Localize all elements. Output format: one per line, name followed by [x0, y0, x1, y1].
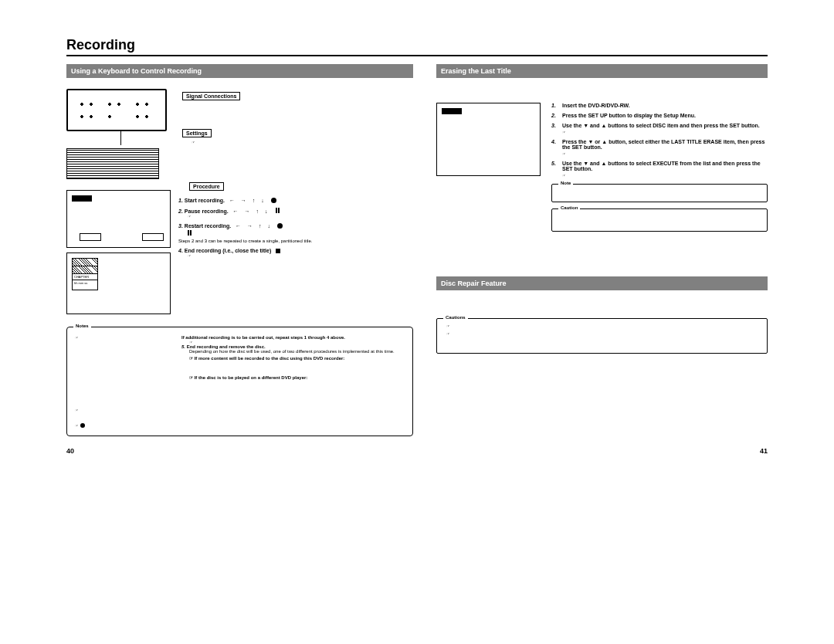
cautions-ref-2: ☞	[446, 331, 761, 336]
two-column-layout: Using a Keyboard to Control Recording Si…	[66, 64, 768, 436]
erase-step-3: 3.Use the ▼ and ▲ buttons to select DISC…	[551, 123, 768, 128]
step-2: 2.Pause recording. ← → ↑ ↓	[178, 208, 413, 214]
erasing-content: 1.Insert the DVD-R/DVD-RW. 2.Press the S…	[436, 103, 768, 232]
erase-step-4-text: Press the ▼ or ▲ button, select either t…	[562, 139, 768, 150]
step-3: 3.Restart recording. ← → ↑ ↓	[178, 223, 413, 229]
settings-ref: ☞	[192, 140, 240, 144]
erasing-steps: 1.Insert the DVD-R/DVD-RW. 2.Press the S…	[551, 103, 768, 232]
cautions-ref-1: ☞	[446, 324, 761, 328]
right-column: Erasing the Last Title 1.Insert the DVD-…	[436, 64, 768, 436]
notes-frame: Notes ☞ ☞ ☞ If additional recording is t…	[66, 327, 413, 436]
record-dot-icon	[80, 423, 85, 428]
erase-step-4: 4.Press the ▼ or ▲ button, select either…	[551, 139, 768, 150]
record-icon	[271, 198, 276, 203]
signal-connections-row: Signal Connections Settings ☞	[66, 89, 413, 179]
section-disc-repair: Disc Repair Feature	[436, 276, 768, 290]
signal-connections-text: Signal Connections Settings ☞	[182, 89, 240, 144]
record-icon-2	[277, 223, 283, 229]
step-4-text: End recording (i.e., close the title)	[185, 248, 271, 253]
manual-page: Recording Using a Keyboard to Control Re…	[0, 0, 834, 478]
erase-step-3-text: Use the ▼ and ▲ buttons to select DISC i…	[562, 123, 760, 128]
erase-ref-5: ☞	[562, 173, 768, 178]
step-2-ref: ☞	[188, 214, 413, 219]
note-frame: Note	[551, 184, 768, 202]
step-1-text: Start recording.	[185, 198, 225, 203]
step-5b: ☞ If the disc is to be played on a diffe…	[189, 375, 405, 380]
pause-icon-2	[188, 231, 192, 236]
step-2-text: Pause recording.	[185, 208, 229, 214]
keyboard-icon	[66, 148, 159, 179]
step-4-ref: ☞	[188, 253, 413, 258]
erase-step-2-text: Press the SET UP button to display the S…	[562, 113, 696, 118]
erase-step-1-text: Insert the DVD-R/DVD-RW.	[562, 103, 630, 108]
step-4: 4.End recording (i.e., close the title)	[178, 248, 413, 253]
notes-left-column: ☞ ☞ ☞	[75, 335, 175, 428]
page-number-right: 41	[760, 447, 768, 455]
erase-ref-3: ☞	[562, 130, 768, 134]
erase-step-1: 1.Insert the DVD-R/DVD-RW.	[551, 103, 768, 108]
arrow-sequence-1: ← → ↑ ↓	[229, 198, 276, 203]
rear-panel-icon	[66, 89, 167, 131]
erase-ref-4: ☞	[562, 151, 768, 156]
screen-illustration-3	[436, 103, 541, 176]
caution-legend-small: Caution	[558, 205, 580, 210]
pause-icon	[276, 208, 280, 213]
notes-legend: Notes	[73, 324, 91, 328]
step-1: 1.Start recording. ← → ↑ ↓	[178, 198, 413, 203]
stop-icon	[276, 249, 280, 253]
screen-illustration-2: CHAPTER hh mm ss	[66, 253, 171, 314]
page-title: Recording	[66, 37, 768, 56]
left-column: Using a Keyboard to Control Recording Si…	[66, 64, 413, 436]
settings-heading: Settings	[182, 129, 212, 137]
signal-connections-heading: Signal Connections	[182, 92, 240, 100]
page-number-left: 40	[66, 447, 74, 455]
caution-frame-small: Caution	[551, 208, 768, 232]
device-illustration	[66, 89, 175, 179]
step-5a: ☞ If more content will be recorded to th…	[189, 355, 405, 361]
erase-step-2: 2.Press the SET UP button to display the…	[551, 113, 768, 118]
cautions-frame: Cautions ☞ ☞	[436, 318, 768, 354]
page-numbers: 40 41	[66, 447, 768, 455]
step-5-subtext: Depending on how the disc will be used, …	[189, 349, 405, 354]
section-keyboard-control: Using a Keyboard to Control Recording	[66, 64, 413, 78]
screen-illustration-1	[66, 190, 171, 248]
procedure-heading: Procedure	[189, 182, 224, 191]
arrow-sequence-3: ← → ↑ ↓	[236, 223, 283, 229]
section-erasing-title: Erasing the Last Title	[436, 64, 768, 78]
note-legend: Note	[558, 181, 573, 185]
cautions-legend: Cautions	[443, 315, 468, 320]
repeat-note: Steps 2 and 3 can be repeated to create …	[178, 239, 413, 243]
cable-icon	[120, 131, 121, 145]
erase-step-5-text: Use the ▼ and ▲ buttons to select EXECUT…	[562, 161, 768, 171]
step-3-text: Restart recording.	[185, 223, 231, 229]
notes-right-column: If additional recording is to be carried…	[181, 335, 405, 428]
notes-ref-3: ☞	[75, 423, 175, 428]
arrow-sequence-2: ← → ↑ ↓	[233, 208, 280, 214]
erase-step-5: 5.Use the ▼ and ▲ buttons to select EXEC…	[551, 161, 768, 171]
